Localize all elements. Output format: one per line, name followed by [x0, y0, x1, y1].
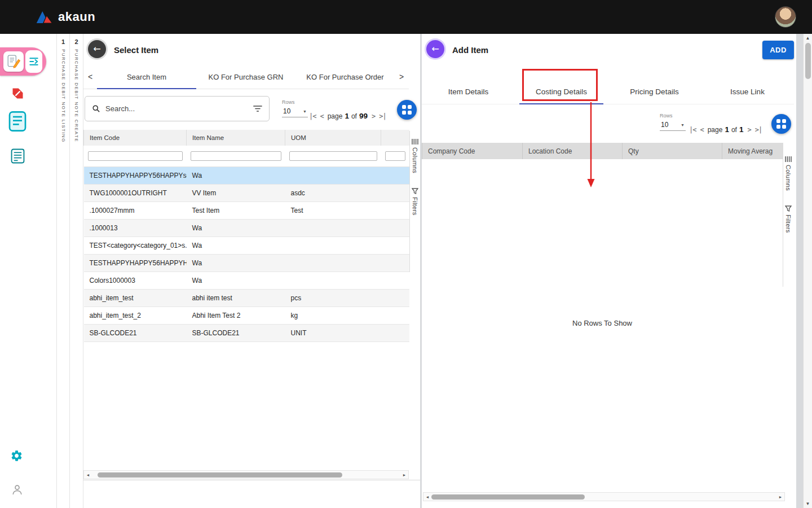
column-header-location-code[interactable]: Location Code: [523, 143, 623, 159]
filter-input-item-code[interactable]: [88, 151, 183, 161]
user-avatar[interactable]: [775, 6, 796, 28]
filter-input-item-name[interactable]: [191, 151, 281, 161]
back-button[interactable]: ←: [88, 40, 106, 58]
tab-pricing-details[interactable]: Pricing Details: [608, 79, 701, 104]
select-item-title: Select Item: [114, 45, 158, 55]
cell-item-name: abhi item test: [187, 289, 285, 306]
cell-extra: [381, 271, 409, 289]
cell-uom: [285, 219, 381, 237]
cell-item-name: SB-GLCODE21: [187, 324, 285, 341]
column-header-extra: [381, 130, 409, 146]
search-input[interactable]: [105, 104, 248, 113]
grid-view-button[interactable]: [397, 100, 417, 120]
first-page-button[interactable]: |<: [689, 126, 696, 134]
table-row[interactable]: Colors1000003 Wa: [84, 271, 409, 289]
prev-page-button[interactable]: <: [320, 112, 323, 120]
costing-table-header-row: Company Code Location Code Qty Moving Av…: [422, 143, 783, 159]
cell-extra: [381, 254, 409, 271]
filter-input-uom[interactable]: [289, 151, 377, 161]
cell-uom: [285, 237, 381, 254]
hscroll-thumb[interactable]: [431, 494, 585, 500]
table-row[interactable]: abhi_item_test abhi item test pcs: [84, 289, 409, 306]
filters-rail-button[interactable]: Filters: [412, 188, 418, 216]
window-vertical-scrollbar[interactable]: ▲ ▼: [803, 34, 812, 508]
next-page-button[interactable]: >: [747, 126, 751, 134]
cell-uom: [285, 167, 381, 184]
last-page-button[interactable]: >|: [755, 126, 762, 134]
scroll-up-icon[interactable]: ▲: [806, 36, 810, 41]
scroll-left-icon[interactable]: ◄: [423, 495, 431, 499]
filter-input-extra[interactable]: [385, 151, 405, 161]
grid-icon: [402, 105, 412, 115]
profile-icon[interactable]: [11, 483, 24, 496]
first-page-button[interactable]: |<: [309, 112, 316, 120]
filter-list-icon[interactable]: [253, 105, 262, 112]
table-row[interactable]: .1000013 Wa: [84, 219, 409, 237]
scroll-right-icon[interactable]: ►: [400, 473, 408, 477]
column-header-item-code[interactable]: Item Code: [84, 130, 187, 146]
table-row[interactable]: TEST<category<category_01>s... Wa: [84, 237, 409, 254]
rows-per-page-select-right[interactable]: Rows 10 ▼: [660, 113, 686, 131]
funnel-icon: [412, 188, 418, 194]
hscroll-thumb[interactable]: [98, 472, 342, 478]
table-row[interactable]: SB-GLCODE21 SB-GLCODE21 UNIT: [84, 324, 409, 341]
add-button[interactable]: ADD: [762, 41, 794, 59]
table-row[interactable]: TWG1000001OUTRIGHT VV Item asdc: [84, 184, 409, 202]
workspace-tab-listing[interactable]: 1 PURCHASE DEBIT NOTE LISTING: [57, 34, 70, 508]
tab-ko-for-purchase-grn[interactable]: KO For Purchase GRN: [196, 65, 295, 89]
table-row[interactable]: TESTHAPPYHAPPY56HAPPYsdfj... Wa: [84, 167, 409, 184]
cell-item-code: TWG1000001OUTRIGHT: [84, 184, 187, 202]
cell-item-name: Wa: [187, 254, 285, 271]
column-header-company-code[interactable]: Company Code: [422, 143, 523, 159]
workspace-tabs: 1 PURCHASE DEBIT NOTE LISTING 2 PURCHASE…: [56, 34, 83, 508]
vscroll-thumb[interactable]: [805, 43, 811, 79]
costing-table-hscrollbar[interactable]: ◄ ►: [423, 492, 785, 501]
column-header-uom[interactable]: UOM: [285, 130, 381, 146]
table-row[interactable]: TESTHAPPYHAPPY56HAPPYHA... Wa: [84, 254, 409, 271]
app-window: akaun: [0, 0, 812, 508]
table-row[interactable]: .1000027mmm Test Item Test: [84, 202, 409, 219]
next-page-button[interactable]: >: [372, 112, 375, 120]
rows-per-page-select[interactable]: Rows 10 ▼: [282, 99, 308, 117]
tabs-scroll-left-icon[interactable]: <: [83, 65, 97, 89]
select-item-tabstrip: < Search Item KO For Purchase GRN KO For…: [83, 65, 409, 89]
tab-search-item[interactable]: Search Item: [97, 65, 196, 89]
tab-issue-link[interactable]: Issue Link: [701, 79, 794, 104]
column-header-qty[interactable]: Qty: [623, 143, 722, 159]
columns-rail-button[interactable]: Columns: [412, 139, 418, 173]
scroll-down-icon[interactable]: ▼: [806, 501, 810, 506]
dropdown-caret-icon: ▼: [303, 110, 307, 113]
tab-ko-for-purchase-order[interactable]: KO For Purchase Order: [295, 65, 395, 89]
tab-item-details[interactable]: Item Details: [422, 79, 515, 104]
grid-view-button-right[interactable]: [771, 114, 791, 134]
page-indicator: page 1 of 1: [708, 125, 744, 134]
workspace-tab-create[interactable]: 2 PURCHASE DEBIT NOTE CREATE: [70, 34, 83, 508]
cell-uom: [285, 271, 381, 289]
red-app-icon: [10, 86, 25, 101]
columns-icon: [412, 139, 418, 144]
prev-page-button[interactable]: <: [700, 126, 703, 134]
filters-rail-button[interactable]: Filters: [785, 205, 792, 233]
column-header-item-name[interactable]: Item Name: [187, 130, 285, 146]
column-header-moving-average[interactable]: Moving Averag: [722, 143, 783, 159]
workspace-tab-label: PURCHASE DEBIT NOTE LISTING: [61, 49, 66, 143]
sidebar-item-ledger-app[interactable]: [8, 110, 27, 133]
filter-row: [84, 146, 409, 167]
sidebar-item-active-module[interactable]: [0, 47, 46, 76]
scroll-left-icon[interactable]: ◄: [84, 473, 92, 477]
cell-item-name: Wa: [187, 219, 285, 237]
settings-gear-icon[interactable]: [10, 449, 23, 462]
tab-label: Item Details: [448, 87, 488, 96]
sidebar-item-listing-app[interactable]: [11, 148, 25, 164]
columns-rail-button[interactable]: Columns: [785, 156, 792, 191]
table-row[interactable]: abhi_item_test_2 Abhi Item Test 2 kg: [84, 306, 409, 324]
sidebar-item-red-app[interactable]: [10, 86, 25, 101]
item-table-header-row: Item Code Item Name UOM: [84, 130, 409, 146]
item-table-hscrollbar[interactable]: ◄ ►: [83, 470, 409, 479]
back-button-add-item[interactable]: ←: [426, 40, 444, 58]
tabs-scroll-right-icon[interactable]: >: [395, 65, 408, 89]
last-page-button[interactable]: >|: [379, 112, 386, 120]
scroll-right-icon[interactable]: ►: [776, 495, 784, 499]
tab-label: Pricing Details: [630, 87, 678, 96]
brand[interactable]: akaun: [36, 10, 95, 25]
